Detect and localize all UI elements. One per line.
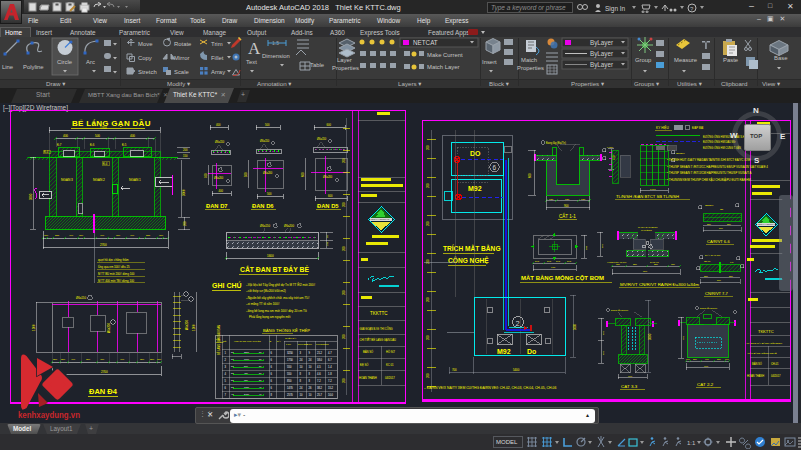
svg-text:6: 6	[271, 372, 273, 376]
svg-text:100: 100	[326, 241, 329, 246]
svg-text:Sign In: Sign In	[605, 5, 626, 13]
svg-text:TKKTTC: TKKTTC	[758, 329, 774, 334]
svg-text:450: 450	[602, 350, 605, 355]
svg-text:250: 250	[704, 275, 708, 277]
svg-text:L.750: L.750	[607, 146, 614, 149]
svg-text:450: 450	[100, 358, 105, 361]
svg-text:9: 9	[309, 351, 311, 355]
svg-text:M92: M92	[468, 185, 482, 192]
svg-text:8: 8	[300, 379, 302, 383]
svg-text:SỐ: SỐ	[223, 340, 226, 342]
svg-text:Rotate: Rotate	[174, 41, 192, 47]
svg-text:Đ.4: Đ.4	[44, 150, 49, 154]
svg-text:850: 850	[287, 379, 292, 383]
svg-text:3: 3	[225, 365, 227, 369]
svg-text:1750: 1750	[244, 386, 250, 388]
svg-text:Ø6a200: Ø6a200	[284, 224, 294, 228]
svg-text:1700: 1700	[244, 358, 250, 360]
svg-text:CÔNG NGHỆ: CÔNG NGHỆ	[448, 256, 489, 264]
svg-text:350: 350	[86, 358, 91, 361]
svg-text:ĐAN D7: ĐAN D7	[206, 203, 228, 209]
svg-text:Ø6a150: Ø6a150	[215, 140, 225, 144]
svg-text:– ĐA/RN VE/X NA/TY XEM CU/THG: – ĐA/RN VE/X NA/TY XEM CU/THG ĐA/RN VE/I…	[424, 386, 557, 390]
svg-text:200: 200	[183, 148, 188, 152]
svg-text:26: 26	[309, 386, 312, 390]
svg-text:HOÀN THÀNH: HOÀN THÀNH	[359, 376, 377, 380]
svg-text:HÌNH DẠNG KÍCH THƯỚC: HÌNH DẠNG KÍCH THƯỚC	[234, 340, 261, 343]
svg-text:400: 400	[130, 134, 135, 138]
svg-text:1400: 1400	[650, 188, 656, 191]
svg-text:Layer: Layer	[337, 57, 352, 63]
svg-text:CHI TIẾT BỂ LẮNG GẠN DẦU: CHI TIẾT BỂ LẮNG GẠN DẦU	[360, 337, 397, 342]
svg-text:NGĂN 3: NGĂN 3	[61, 178, 73, 182]
svg-text:250: 250	[729, 275, 733, 277]
svg-text:Arc: Arc	[86, 59, 95, 65]
svg-text:HỒ SƠ: HỒ SƠ	[386, 349, 396, 354]
svg-text:6: 6	[271, 365, 273, 369]
svg-text:450: 450	[244, 372, 248, 374]
svg-text:Scale: Scale	[174, 69, 189, 75]
svg-text:4.7: 4.7	[328, 351, 332, 355]
svg-text:200: 200	[426, 221, 430, 226]
svg-text:M92: M92	[497, 348, 511, 355]
svg-text:Circle: Circle	[57, 59, 73, 65]
svg-text:500: 500	[244, 172, 248, 177]
svg-text:900: 900	[628, 375, 633, 378]
svg-text:1700: 1700	[100, 126, 107, 130]
svg-text:100: 100	[725, 358, 729, 360]
svg-text:200: 200	[342, 158, 346, 163]
svg-text:1: 1	[225, 351, 227, 355]
svg-text:2700: 2700	[101, 370, 108, 374]
svg-text:Phải lắng bọng am nguyên mềi: Phải lắng bọng am nguyên mềi	[249, 314, 291, 319]
svg-text:NGĂN 1: NGĂN 1	[129, 178, 141, 182]
svg-text:200: 200	[342, 202, 346, 207]
svg-text:38.2: 38.2	[317, 386, 323, 390]
svg-text:Insert: Insert	[482, 59, 497, 65]
svg-text:10.0: 10.0	[328, 393, 334, 397]
svg-text:50: 50	[259, 358, 262, 360]
svg-text:MẰT BẰNG MÓNG CỘT BƠM: MẰT BẰNG MÓNG CỘT BƠM	[521, 274, 604, 281]
svg-text:Ø8a200: Ø8a200	[676, 152, 685, 155]
svg-text:15.2: 15.2	[328, 386, 334, 390]
svg-text:200: 200	[426, 259, 430, 264]
svg-text:150: 150	[79, 234, 84, 237]
svg-text:[–][Top][2D Wireframe]: [–][Top][2D Wireframe]	[3, 104, 68, 112]
svg-text:8: 8	[309, 379, 311, 383]
svg-text:50: 50	[231, 351, 234, 353]
svg-text:TL/N/SH /ĐAN BTCT SB TL/N/SH: TL/N/SH /ĐAN BTCT SB TL/N/SH	[616, 194, 679, 199]
svg-text:150: 150	[183, 154, 188, 158]
svg-text:50: 50	[231, 365, 234, 367]
svg-text:Úng qua em 100# đều 25: Úng qua em 100# đều 25	[98, 264, 130, 269]
svg-text:400: 400	[216, 123, 221, 127]
svg-text:6: 6	[271, 351, 273, 355]
svg-text:200: 200	[426, 373, 430, 378]
svg-text:6: 6	[225, 386, 227, 390]
svg-text:50: 50	[231, 386, 234, 388]
svg-text:6: 6	[493, 164, 497, 171]
svg-text:10: 10	[309, 393, 312, 397]
svg-text:TRÍCH MẰT BẰNG: TRÍCH MẰT BẰNG	[443, 244, 501, 252]
svg-text:150: 150	[159, 234, 164, 237]
svg-text:Mirror: Mirror	[174, 55, 189, 61]
svg-text:2570: 2570	[287, 393, 293, 397]
svg-text:550: 550	[287, 365, 292, 369]
svg-text:Ø6a150: Ø6a150	[76, 296, 86, 300]
svg-text:Match Layer: Match Layer	[427, 64, 459, 70]
svg-text:500: 500	[267, 192, 272, 196]
svg-text:CHIỂU DÀI: CHIỂU DÀI	[285, 337, 296, 339]
svg-text:225: 225	[55, 234, 60, 237]
svg-text:Polyline: Polyline	[23, 64, 44, 70]
svg-text:6: 6	[271, 379, 273, 383]
svg-text:CẮT 3-3: CẮT 3-3	[621, 384, 638, 389]
svg-text:250: 250	[727, 223, 731, 225]
svg-text:A: A	[248, 39, 261, 58]
svg-text:4.6: 4.6	[317, 372, 321, 376]
svg-text:3000: 3000	[573, 324, 577, 330]
svg-text:50: 50	[259, 379, 262, 381]
svg-text:Đang lấp Đa/Tn': Đang lấp Đa/Tn'	[611, 309, 629, 312]
svg-text:3000: 3000	[29, 193, 33, 200]
svg-text:M TT BU mới 200# dừng 100: M TT BU mới 200# dừng 100	[98, 272, 135, 276]
svg-text:Ø8: Ø8	[720, 208, 724, 210]
svg-text:–xi măng TT tô sỡn 100#: –xi măng TT tô sỡn 100#	[246, 302, 280, 306]
svg-text:200: 200	[426, 183, 430, 188]
